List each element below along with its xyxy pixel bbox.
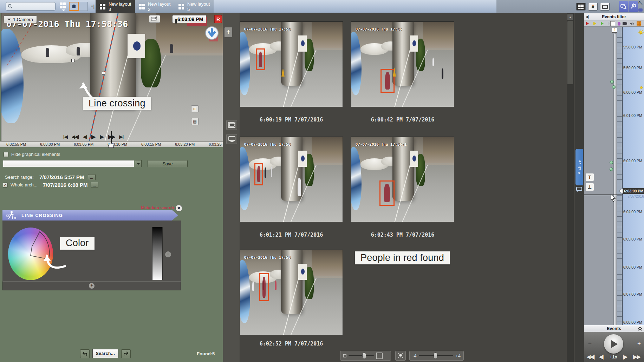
add-panel-button[interactable]: + — [225, 27, 232, 37]
jump-end-button[interactable]: ▶| — [119, 134, 124, 139]
layouts-menu-button[interactable] — [60, 2, 67, 10]
camera-events-icon[interactable] — [623, 22, 627, 25]
custom-grid-button[interactable]: # — [588, 3, 598, 11]
archive-tab[interactable]: Archive — [575, 149, 583, 185]
interval-slider-thumb[interactable] — [434, 353, 437, 359]
speed-plus-button[interactable]: + — [637, 340, 640, 347]
empty-layout-cell[interactable] — [79, 2, 88, 11]
size-slider-track[interactable] — [349, 355, 374, 356]
scroll-down-button[interactable] — [205, 26, 219, 40]
archive-search-icon — [620, 4, 626, 9]
whole-archive-checkbox[interactable]: ✓ — [3, 183, 8, 187]
add-condition-strip[interactable]: + — [2, 281, 181, 290]
close-icon[interactable]: ✕ — [175, 205, 182, 212]
note-pencil-icon — [151, 17, 158, 21]
camera-search-field[interactable] — [6, 2, 56, 11]
alarm-expand-button[interactable] — [395, 351, 406, 361]
timeline-ruler[interactable] — [617, 27, 623, 338]
camera-name-selector[interactable]: 1.Camera — [4, 15, 37, 23]
interval-control[interactable]: -4 +4 — [409, 351, 464, 361]
current-position-marker[interactable] — [619, 189, 623, 193]
result-thumbnail-2[interactable]: 07-07-2016 Thu 17:56 — [351, 22, 454, 107]
collapse-left-icon[interactable]: ◀| — [586, 15, 588, 19]
remove-color-button[interactable]: − — [165, 251, 171, 257]
event-marker[interactable] — [610, 161, 613, 164]
combobox-dropdown-button[interactable] — [135, 160, 142, 167]
next-event-button[interactable]: |▶▶ — [632, 354, 640, 360]
next-frame-button[interactable]: |▶ — [99, 134, 104, 139]
stop-filter-button[interactable] — [610, 21, 615, 26]
redo-search-button[interactable] — [121, 349, 131, 358]
tab-label: New layout 3 — [109, 1, 135, 12]
play-button[interactable] — [604, 334, 623, 354]
event-marker[interactable] — [610, 167, 613, 171]
event-marker[interactable] — [610, 80, 614, 84]
frame-tool-icon[interactable]: ⊞ — [191, 105, 199, 112]
monitor-view-button[interactable] — [600, 3, 610, 11]
events-header[interactable]: Events — [584, 325, 644, 332]
event-marker[interactable] — [612, 85, 616, 89]
result-thumbnail-5[interactable]: 07-07-2016 Thu 17:58 — [240, 250, 343, 335]
size-slider-thumb[interactable] — [362, 353, 366, 359]
tab-new-layout-2[interactable]: New layout 2 — [135, 0, 174, 13]
search-button[interactable]: Search... — [92, 349, 118, 358]
layout-preview-selector[interactable] — [69, 2, 89, 11]
result-thumbnail-3[interactable]: 07-07-2016 Thu 17:56 — [240, 137, 343, 222]
jump-start-button[interactable]: |◀ — [63, 134, 67, 139]
timeline-zoom-track[interactable] — [613, 33, 616, 335]
range-start-browse-button[interactable]: ... — [88, 174, 96, 180]
selection-end-button[interactable]: ⊥ — [586, 183, 594, 191]
tab-new-layout-3[interactable]: New layout 3 — [96, 0, 135, 13]
undo-search-button[interactable] — [80, 349, 90, 358]
result-thumbnail-4[interactable]: 07-07-2016 Thu 17:56:1 — [351, 137, 454, 222]
range-end-browse-button[interactable]: ... — [91, 182, 98, 188]
record-badge: R — [214, 15, 222, 23]
camera-video-tile[interactable]: 07-07-2016 Thu 17:58:36 1.Camera 6:03:09… — [1, 13, 223, 141]
collapse-up-icon[interactable] — [638, 327, 642, 331]
thumbnail-size-control[interactable] — [340, 351, 391, 361]
pin-icon[interactable]: ⛏ — [638, 0, 643, 6]
result-thumbnail-1[interactable]: 07-07-2016 Thu 17:55 — [240, 22, 343, 107]
prev-frame-button[interactable]: ◀| — [599, 354, 604, 360]
scroll-up-icon[interactable]: ▲ — [567, 14, 573, 20]
export-frame-icon[interactable]: ▤ — [191, 118, 199, 125]
grid-events-icon[interactable] — [637, 21, 641, 26]
query-input[interactable] — [3, 161, 134, 167]
home-layout-cell[interactable] — [69, 2, 79, 11]
film-view-button[interactable] — [226, 120, 237, 130]
minimize-panel-button[interactable]: – — [638, 8, 643, 12]
warning-events-filter-icon[interactable] — [593, 22, 596, 25]
brightness-gradient-bar[interactable] — [152, 227, 163, 280]
playback-clock[interactable]: 6:03:09 PM — [172, 15, 206, 23]
line-handle[interactable] — [102, 72, 105, 75]
selection-begin-button[interactable]: T — [586, 173, 594, 181]
prev-event-button[interactable]: ◀◀| — [72, 134, 79, 139]
monitor-icon — [602, 5, 608, 9]
scrollbar-thumb[interactable] — [567, 21, 573, 84]
grid-view-button[interactable] — [576, 3, 586, 11]
archive-timeline[interactable]: 5:58:00 PM 5:59:00 PM 6:00:00 PM 6:01:00… — [623, 27, 644, 338]
next-frame-button[interactable]: |▶ — [623, 354, 627, 360]
tab-new-layout-5[interactable]: New layout 5 — [174, 0, 214, 13]
annotation-tool-button[interactable] — [149, 15, 160, 23]
search-input[interactable] — [13, 4, 51, 9]
speed-minus-button[interactable]: − — [588, 340, 591, 347]
play-button[interactable]: ▶ — [91, 133, 95, 140]
hide-graphics-checkbox[interactable] — [4, 152, 8, 157]
audio-events-icon[interactable] — [630, 22, 634, 26]
splitter-handle-icon[interactable]: +| — [91, 4, 95, 9]
prev-frame-button[interactable]: ◀| — [83, 134, 87, 139]
info-events-filter-icon[interactable] — [601, 22, 604, 25]
prev-event-button[interactable]: ◀◀| — [587, 354, 594, 360]
events-playback-body: − + ◀◀| ◀| +1x |▶ |▶▶ — [584, 332, 644, 362]
save-button[interactable]: Save — [148, 160, 188, 167]
saved-query-combobox[interactable] — [3, 160, 134, 167]
monitor-bubble-icon[interactable] — [576, 187, 582, 192]
alarm-events-filter-icon[interactable] — [586, 22, 589, 25]
operator-events-icon[interactable] — [618, 22, 620, 26]
settings-mode-button[interactable] — [629, 1, 638, 12]
events-filter-header[interactable]: ◀| Events filter — [584, 13, 644, 20]
line-handle[interactable] — [71, 59, 74, 62]
monitor-view-button[interactable] — [226, 134, 237, 144]
search-mode-button[interactable] — [619, 1, 628, 12]
